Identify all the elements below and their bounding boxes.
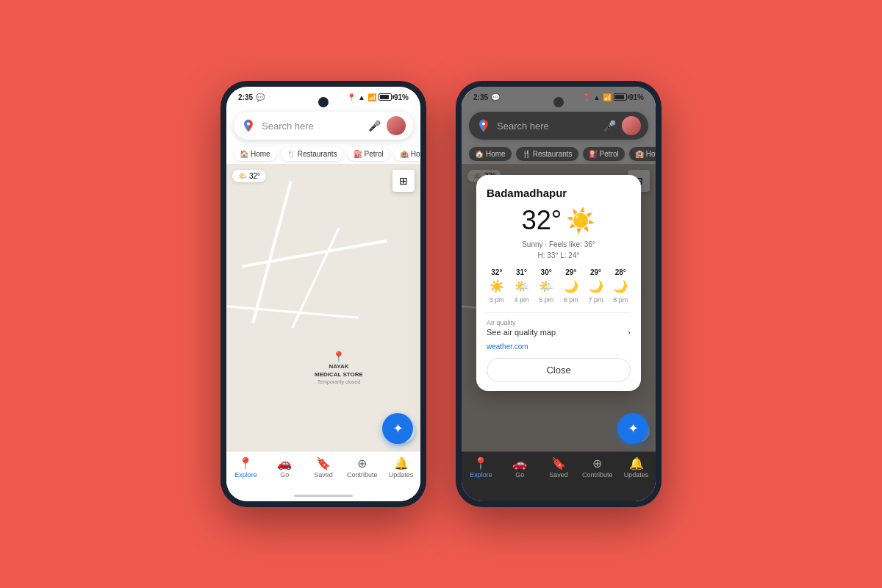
contribute-label-1: Contribute: [347, 471, 378, 478]
hour-item-1: 31° 🌤️ 4 pm: [512, 268, 532, 304]
hour-icon-3: 🌙: [564, 279, 578, 293]
hour-item-2: 30° 🌤️ 5 pm: [536, 268, 556, 304]
avatar-1[interactable]: [387, 116, 406, 135]
weather-feels-like: Sunny · Feels like: 36°: [522, 240, 595, 248]
restaurants-filter-icon-2: 🍴: [522, 150, 531, 158]
home-filter-label-1: Home: [251, 150, 270, 158]
air-quality-link[interactable]: See air quality map ›: [487, 328, 631, 337]
home-filter-icon-1: 🏠: [240, 150, 248, 158]
hotels-filter-label-1: Hotels: [411, 150, 420, 158]
filter-hotels-1[interactable]: 🏨 Hotels: [394, 147, 420, 161]
mic-icon-1[interactable]: 🎤: [368, 120, 381, 132]
air-quality-label: Air quality: [487, 319, 631, 326]
battery-fill-1: [380, 95, 389, 99]
signal-icon-1: ▲: [358, 93, 365, 101]
layers-btn-1[interactable]: ⊞: [392, 170, 415, 192]
chevron-right-icon: ›: [628, 328, 631, 337]
nav-updates-1[interactable]: 🔔 Updates: [381, 458, 420, 478]
go-icon-1: 🚗: [277, 458, 292, 470]
hour-item-5: 28° 🌙 8 pm: [610, 268, 631, 304]
phone-1-screen: 2:35 💬 📍 ▲ 📶 91%: [226, 87, 420, 501]
location-icon-1: 📍: [347, 93, 356, 101]
nav-contribute-2[interactable]: ⊕ Contribute: [578, 458, 617, 478]
svg-point-1: [482, 122, 485, 125]
close-button[interactable]: Close: [487, 358, 631, 382]
location-icon-2: 📍: [582, 93, 591, 101]
hour-time-4: 7 pm: [589, 296, 603, 304]
petrol-filter-label-1: Petrol: [365, 150, 384, 158]
hour-temp-1: 31°: [516, 268, 527, 276]
hour-time-2: 5 pm: [539, 296, 553, 304]
saved-icon-2: 🔖: [551, 458, 566, 470]
nav-explore-2[interactable]: 📍 Explore: [462, 458, 501, 478]
weather-source-link[interactable]: weather.com: [487, 343, 631, 351]
hour-item-0: 32° ☀️ 3 pm: [487, 268, 507, 304]
camera-notch: [318, 97, 329, 107]
home-indicator-1: [294, 495, 353, 497]
map-area-1[interactable]: 🌤️ 32° ⊞ 📍 NAYAKMEDICAL STORE Temporaril…: [226, 164, 420, 451]
search-bar-2[interactable]: Search here 🎤: [469, 112, 648, 140]
fab-icon-2: ✦: [628, 420, 639, 437]
petrol-filter-icon-1: ⛽: [354, 150, 362, 158]
nav-go-1[interactable]: 🚗 Go: [265, 458, 304, 478]
explore-icon-1: 📍: [238, 458, 253, 470]
bottom-nav-2: 📍 Explore 🚗 Go 🔖 Saved ⊕ Contribute 🔔: [462, 451, 656, 501]
go-icon-2: 🚗: [512, 458, 527, 470]
filter-row-1: 🏠 Home 🍴 Restaurants ⛽ Petrol 🏨 Hotels: [226, 144, 420, 164]
nav-explore-1[interactable]: 📍 Explore: [226, 458, 265, 478]
mic-icon-2[interactable]: 🎤: [603, 120, 616, 132]
nav-saved-2[interactable]: 🔖 Saved: [539, 458, 578, 478]
contribute-icon-1: ⊕: [357, 458, 367, 470]
updates-label-1: Updates: [389, 471, 414, 478]
updates-icon-1: 🔔: [394, 458, 409, 470]
maps-logo-1: [241, 118, 256, 133]
hotels-filter-icon-2: 🏨: [635, 150, 644, 158]
filter-home-1[interactable]: 🏠 Home: [234, 147, 276, 161]
nav-go-2[interactable]: 🚗 Go: [501, 458, 539, 478]
hour-temp-0: 32°: [491, 268, 502, 276]
map-poi-1: 📍 NAYAKMEDICAL STORE Temporarily closed: [315, 350, 363, 385]
go-label-2: Go: [515, 471, 524, 478]
maps-logo-2: [476, 118, 491, 133]
time-2: 2:35: [473, 93, 488, 101]
status-left-2: 2:35 💬: [473, 93, 500, 101]
nav-saved-1[interactable]: 🔖 Saved: [304, 458, 343, 478]
saved-label-1: Saved: [314, 471, 333, 478]
battery-pct-2: 91%: [629, 93, 644, 101]
fab-btn-1[interactable]: ✦: [382, 413, 413, 444]
hour-icon-1: 🌤️: [514, 279, 529, 293]
hotels-filter-label-2: Hotels: [646, 150, 656, 158]
camera-notch-2: [553, 97, 564, 107]
status-right-2: 📍 ▲ 📶 91%: [582, 93, 644, 101]
filter-petrol-2[interactable]: ⛽ Petrol: [583, 147, 625, 161]
filter-hotels-2[interactable]: 🏨 Hotels: [629, 147, 656, 161]
contribute-label-2: Contribute: [582, 471, 613, 478]
hour-time-5: 8 pm: [613, 296, 628, 304]
hourly-forecast: 32° ☀️ 3 pm 31° 🌤️ 4 pm 30° 🌤️ 5 pm: [487, 268, 631, 304]
explore-label-2: Explore: [470, 471, 492, 478]
weather-card: Badamadhapur 32° ☀️ Sunny · Feels like: …: [476, 175, 641, 391]
layers-icon-1: ⊞: [399, 175, 408, 187]
filter-home-2[interactable]: 🏠 Home: [469, 147, 512, 161]
filter-row-2: 🏠 Home 🍴 Restaurants ⛽ Petrol 🏨 Hotels: [462, 144, 656, 164]
phone-1-frame: 2:35 💬 📍 ▲ 📶 91%: [220, 81, 426, 507]
nav-contribute-1[interactable]: ⊕ Contribute: [343, 458, 381, 478]
filter-restaurants-2[interactable]: 🍴 Restaurants: [516, 147, 578, 161]
hour-icon-2: 🌤️: [539, 279, 553, 293]
search-bar-1[interactable]: Search here 🎤: [234, 112, 413, 140]
nav-updates-2[interactable]: 🔔 Updates: [617, 458, 656, 478]
saved-label-2: Saved: [549, 471, 568, 478]
battery-fill-2: [615, 95, 624, 99]
whatsapp-icon-2: 💬: [491, 93, 500, 101]
fab-btn-2[interactable]: ✦: [617, 413, 648, 444]
hour-time-3: 6 pm: [564, 296, 578, 304]
avatar-2[interactable]: [622, 116, 641, 135]
filter-restaurants-1[interactable]: 🍴 Restaurants: [281, 147, 343, 161]
battery-pct-1: 91%: [394, 93, 409, 101]
poi-status-1: Temporarily closed: [315, 379, 363, 385]
weather-badge-1[interactable]: 🌤️ 32°: [232, 170, 266, 182]
filter-petrol-1[interactable]: ⛽ Petrol: [348, 147, 390, 161]
weather-temp-1: 32°: [249, 172, 260, 180]
phone-2: 2:35 💬 📍 ▲ 📶 91%: [456, 81, 662, 507]
whatsapp-icon-1: 💬: [256, 93, 265, 101]
